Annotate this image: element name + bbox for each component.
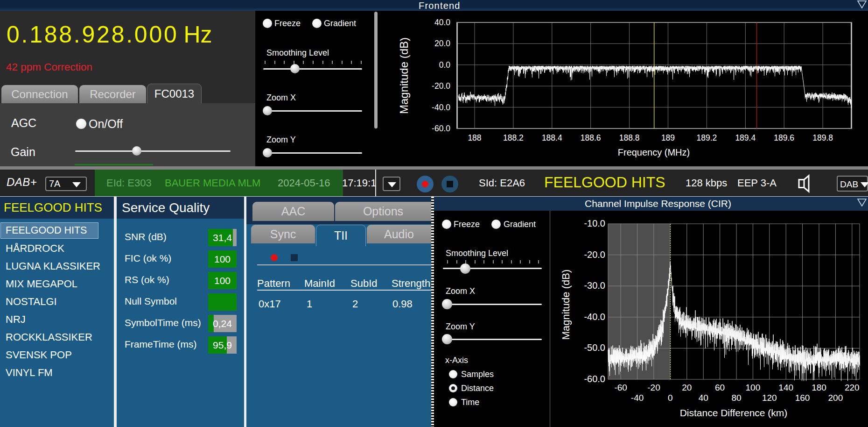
svg-text:188.8: 188.8 [619,133,640,142]
svg-text:160: 160 [795,393,810,403]
svg-text:180: 180 [812,383,826,392]
svg-text:188.2: 188.2 [503,133,524,142]
svg-text:-40.0: -40.0 [584,312,605,322]
svg-text:40.0: 40.0 [434,18,450,27]
svg-text:140: 140 [778,383,793,392]
svg-text:120: 120 [762,393,777,403]
svg-text:188: 188 [468,133,481,142]
svg-text:189.4: 189.4 [735,133,756,142]
svg-text:100: 100 [746,383,761,392]
svg-text:188.6: 188.6 [581,133,601,142]
svg-text:189.8: 189.8 [812,133,833,142]
svg-text:Frequency (MHz): Frequency (MHz) [618,147,690,157]
svg-text:-20: -20 [647,383,660,392]
svg-text:Magnitude (dB): Magnitude (dB) [560,270,572,340]
svg-text:80: 80 [731,393,741,403]
svg-text:-50.0: -50.0 [584,342,605,353]
svg-text:-40.0: -40.0 [432,103,450,112]
svg-text:20: 20 [682,383,692,392]
svg-text:20.0: 20.0 [434,39,450,48]
svg-text:Distance Difference (km): Distance Difference (km) [680,407,788,418]
svg-text:220: 220 [845,383,860,392]
svg-text:Magnitude (dB): Magnitude (dB) [398,37,410,114]
svg-text:-30.0: -30.0 [584,280,605,291]
svg-text:60: 60 [715,383,725,392]
svg-text:-20.0: -20.0 [584,249,605,260]
svg-text:-10.0: -10.0 [584,218,605,228]
svg-text:0.0: 0.0 [439,60,451,70]
svg-text:189: 189 [661,133,675,142]
svg-text:189.6: 189.6 [774,133,794,142]
svg-text:0: 0 [668,393,673,403]
svg-text:-60.0: -60.0 [432,124,450,133]
svg-text:40: 40 [699,393,708,403]
svg-text:-60.0: -60.0 [584,374,605,384]
svg-text:188.4: 188.4 [542,133,562,142]
svg-text:-60: -60 [614,383,627,392]
svg-text:189.2: 189.2 [697,133,717,142]
svg-text:-40: -40 [631,393,644,403]
svg-text:200: 200 [828,393,843,403]
svg-text:-20.0: -20.0 [432,81,450,91]
